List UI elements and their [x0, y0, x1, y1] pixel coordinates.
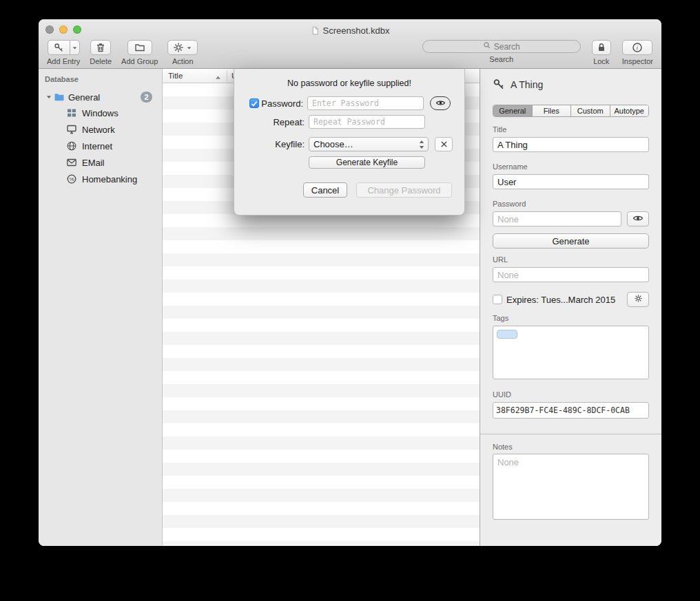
svg-text:%: % [69, 176, 74, 182]
notes-field[interactable]: None [493, 454, 649, 520]
delete-button[interactable] [90, 40, 111, 55]
tag-token[interactable] [497, 330, 517, 339]
password-field-label: Password [493, 200, 649, 208]
sidebar-item-windows[interactable]: Windows [66, 105, 162, 120]
key-icon[interactable] [48, 40, 70, 55]
expires-settings-button[interactable] [627, 292, 649, 307]
sidebar-item-label: EMail [82, 158, 105, 168]
stepper-arrows-icon [418, 139, 425, 152]
expires-checkbox[interactable] [493, 295, 502, 304]
monitor-icon [66, 124, 77, 135]
inspector-tabs: General Files Custom Autotype [493, 105, 649, 117]
sidebar-item-email[interactable]: EMail [66, 155, 162, 170]
tags-field[interactable] [493, 326, 649, 379]
sheet-message: No password or keyfile supplied! [234, 78, 464, 88]
tags-field-label: Tags [493, 314, 649, 322]
password-input[interactable] [307, 96, 424, 110]
folder-icon [54, 92, 65, 103]
add-entry-toolbar-item: Add Entry [47, 40, 80, 65]
delete-label: Delete [90, 57, 112, 65]
gear-icon [634, 294, 643, 305]
sheet-buttons: Cancel Change Password [303, 182, 464, 198]
notes-placeholder: None [497, 457, 519, 467]
notes-field-label: Notes [493, 443, 649, 451]
lock-button[interactable] [592, 40, 611, 55]
reveal-password-button[interactable] [430, 96, 451, 110]
password-label: Password: [259, 98, 303, 109]
inspector-button[interactable]: i [622, 40, 652, 55]
inspector-toolbar-item: i Inspector [622, 40, 653, 65]
folder-icon [134, 42, 145, 53]
url-field[interactable] [493, 267, 649, 282]
sidebar-item-network[interactable]: Network [66, 122, 162, 137]
inspector-label: Inspector [622, 57, 653, 65]
uuid-field[interactable] [493, 402, 649, 419]
repeat-input[interactable] [309, 115, 425, 129]
entry-title: A Thing [511, 79, 543, 90]
window-chrome: Screenshot.kdbx Add Entry [39, 19, 661, 69]
column-header-title[interactable]: Title [168, 72, 183, 80]
disclosure-triangle-icon[interactable] [44, 94, 54, 101]
sidebar: Database General 2 Windows [39, 69, 163, 546]
password-row: Password: [249, 96, 464, 110]
globe-icon [66, 140, 77, 151]
password-checkbox[interactable] [249, 98, 259, 108]
window-title: Screenshot.kdbx [323, 25, 390, 36]
generate-password-button[interactable]: Generate [493, 233, 649, 249]
sidebar-item-label: Internet [82, 141, 112, 151]
clear-keyfile-button[interactable] [435, 137, 453, 151]
keyfile-label: Keyfile: [249, 139, 305, 149]
toolbar: Add Entry Delete [39, 39, 661, 69]
password-sheet-dialog: No password or keyfile supplied! Passwor… [234, 69, 465, 215]
coin-icon: % [66, 173, 77, 184]
sidebar-item-general[interactable]: General 2 [39, 89, 162, 105]
sidebar-item-internet[interactable]: Internet [66, 138, 162, 154]
search-label: Search [489, 55, 513, 63]
app-window: Screenshot.kdbx Add Entry [39, 19, 661, 546]
sidebar-item-label: Homebanking [82, 174, 137, 184]
trash-icon [95, 42, 106, 53]
password-field[interactable] [493, 211, 621, 226]
keyfile-popup-value: Choose… [313, 139, 353, 149]
sidebar-item-homebanking[interactable]: % Homebanking [66, 171, 162, 187]
reveal-password-button[interactable] [627, 211, 649, 226]
envelope-icon [66, 157, 77, 168]
add-entry-button[interactable] [48, 40, 80, 55]
titlebar: Screenshot.kdbx [39, 24, 661, 36]
windows-icon [66, 107, 77, 118]
search-input[interactable]: Search [422, 40, 581, 53]
change-password-button[interactable]: Change Password [356, 182, 452, 198]
add-group-button[interactable] [127, 40, 152, 55]
eye-icon [632, 214, 644, 224]
cancel-button[interactable]: Cancel [303, 182, 347, 198]
generate-keyfile-button[interactable]: Generate Keyfile [309, 156, 425, 169]
title-field[interactable] [493, 137, 649, 152]
keyfile-popup[interactable]: Choose… [309, 137, 429, 151]
sidebar-item-label: Network [82, 125, 115, 135]
document-icon [311, 25, 320, 36]
column-divider[interactable] [227, 70, 227, 81]
add-entry-dropdown[interactable] [70, 40, 80, 55]
search-icon [483, 41, 491, 52]
action-toolbar-item: Action [167, 40, 198, 65]
info-icon: i [632, 42, 643, 53]
action-button[interactable] [167, 40, 198, 55]
delete-toolbar-item: Delete [90, 40, 112, 65]
lock-icon [596, 42, 607, 53]
inspector-divider [480, 434, 661, 434]
tab-files[interactable]: Files [533, 105, 572, 116]
key-icon [493, 78, 505, 91]
url-field-label: URL [493, 255, 649, 264]
add-group-toolbar-item: Add Group [121, 40, 158, 65]
repeat-row: Repeat: [249, 115, 464, 129]
username-field[interactable] [493, 174, 649, 189]
tab-autotype[interactable]: Autotype [610, 105, 649, 116]
tab-custom[interactable]: Custom [571, 105, 610, 116]
gear-icon [173, 42, 184, 53]
search-toolbar-item: Search Search [422, 40, 581, 63]
tab-general[interactable]: General [493, 105, 533, 116]
entry-header: A Thing [493, 78, 649, 91]
inspector-panel: A Thing General Files Custom Autotype Ti… [480, 69, 661, 546]
sort-ascending-icon [215, 73, 221, 81]
username-field-label: Username [493, 162, 649, 171]
